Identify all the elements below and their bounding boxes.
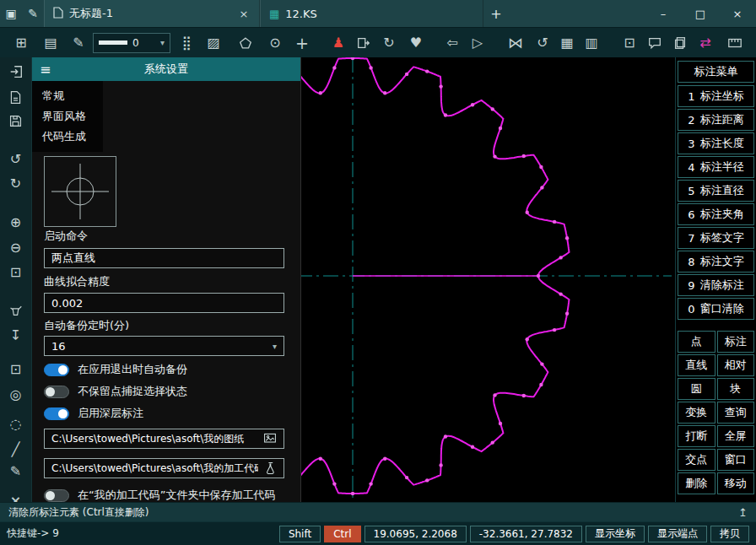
chevron-down-icon: ▾: [160, 38, 165, 47]
rotate-ccw-icon[interactable]: ↺: [532, 32, 554, 54]
maximize-button[interactable]: □: [682, 0, 719, 27]
pin-icon[interactable]: ↥: [738, 506, 748, 519]
point-style-icon[interactable]: ⊡: [0, 358, 32, 380]
back-arrow-icon[interactable]: ⇦: [441, 32, 463, 54]
linewidth-dropdown[interactable]: 0 ▾: [93, 33, 170, 53]
tab-12ks[interactable]: ▦ 12.KS: [260, 0, 483, 27]
annotate-button[interactable]: 标注: [717, 331, 755, 353]
drawings-path-input[interactable]: C:\Users\towed\Pictures\asoft\我的图纸: [44, 429, 284, 449]
new-tab-button[interactable]: +: [483, 6, 509, 22]
point-button[interactable]: 点: [678, 331, 716, 353]
annot-menu-item-5[interactable]: 5标注直径: [678, 180, 754, 202]
curve-precision-input[interactable]: 0.002: [44, 293, 284, 313]
person-marker-icon[interactable]: ♟: [327, 32, 349, 54]
exit-icon[interactable]: [0, 61, 32, 83]
tab-close-icon[interactable]: ×: [237, 8, 251, 20]
code-path-input[interactable]: C:\Users\towed\Pictures\asoft\我的加工代码: [44, 458, 284, 478]
transform-button[interactable]: 变换: [678, 402, 716, 424]
layers-icon[interactable]: ▤: [40, 32, 62, 54]
pen-marker-icon[interactable]: ✎: [0, 460, 32, 482]
annot-menu-item-7[interactable]: 7标签文字: [678, 227, 754, 249]
export-frame-icon[interactable]: ⊡: [618, 32, 640, 54]
fit-view-icon[interactable]: ⊡: [0, 261, 32, 283]
ruler-icon[interactable]: [724, 32, 746, 54]
swap-icon[interactable]: ⇄: [694, 32, 716, 54]
pen-style-icon[interactable]: ✎: [68, 32, 89, 54]
heart-icon[interactable]: ♥: [405, 32, 427, 54]
intersect-button[interactable]: 交点: [678, 449, 716, 471]
table-icon[interactable]: ▥: [580, 32, 602, 54]
backup-interval-select[interactable]: 16▾: [44, 336, 284, 356]
query-button[interactable]: 查询: [717, 402, 755, 424]
deep-annotation-toggle[interactable]: [44, 407, 69, 420]
rotate-icon[interactable]: ↻: [378, 32, 400, 54]
flask-icon[interactable]: [263, 461, 277, 475]
app-menu-icon[interactable]: ▣: [0, 7, 22, 20]
delete-button[interactable]: 删除: [678, 472, 716, 494]
annot-menu-item-9[interactable]: 9清除标注: [678, 274, 754, 296]
submenu-ui-style[interactable]: 界面风格: [32, 106, 103, 127]
annot-menu-item-2[interactable]: 2标注距离: [678, 109, 754, 131]
show-endpoints-button[interactable]: 显示端点: [648, 526, 707, 542]
dashed-circle-icon[interactable]: ◌: [0, 413, 32, 434]
circle-button[interactable]: 圆: [678, 378, 716, 400]
minimize-button[interactable]: –: [645, 0, 682, 27]
exit-backup-toggle[interactable]: [44, 364, 69, 376]
startup-command-label: 启动命令: [44, 229, 88, 244]
dot-grid-icon[interactable]: ⣿: [176, 32, 197, 54]
settings-panel-header: ≡ 系统设置: [32, 57, 300, 81]
menu-icon[interactable]: ≡: [40, 62, 51, 78]
export-down-icon[interactable]: ↧: [0, 324, 32, 346]
relative-button[interactable]: 相对: [717, 354, 755, 376]
annot-menu-item-6[interactable]: 6标注夹角: [678, 203, 754, 225]
annot-menu-item-4[interactable]: 4标注半径: [678, 156, 754, 178]
copy-icon[interactable]: [669, 32, 691, 54]
shift-button[interactable]: Shift: [279, 526, 321, 542]
comment-icon[interactable]: [644, 32, 666, 54]
fullscreen-button[interactable]: 全屏: [717, 425, 755, 447]
tab-untitled[interactable]: 无标题-1 ×: [44, 0, 260, 27]
mirror-icon[interactable]: ⋈: [505, 32, 526, 54]
annot-menu-item-3[interactable]: 3标注长度: [678, 132, 754, 154]
circle-marker-icon[interactable]: ◎: [0, 383, 32, 405]
export-view-icon[interactable]: [353, 32, 375, 54]
zoom-in-icon[interactable]: ⊕: [0, 211, 32, 233]
submenu-codegen[interactable]: 代码生成: [32, 127, 103, 147]
break-button[interactable]: 打断: [678, 425, 716, 447]
edit-icon[interactable]: ✎: [22, 7, 44, 20]
line-marker-icon[interactable]: ╱: [0, 438, 32, 460]
annot-menu-item-0[interactable]: 0窗口清除: [678, 298, 754, 320]
undo-icon[interactable]: ↺: [0, 148, 32, 170]
submenu-general[interactable]: 常规: [32, 86, 103, 106]
toggle-row: 不保留点捕捉选择状态: [44, 383, 187, 400]
status-bar: 清除所标注元素 (Ctrl直接删除) ↥: [0, 502, 756, 521]
annot-menu-item-1[interactable]: 1标注坐标: [678, 85, 754, 107]
redo-icon[interactable]: ↻: [0, 172, 32, 194]
settings-panel: ≡ 系统设置 常规 界面风格 代码生成 启动命令 两点直线 曲线拟合精度 0.0…: [32, 57, 301, 502]
picture-icon[interactable]: [263, 432, 277, 445]
block-button[interactable]: 块: [717, 378, 755, 400]
new-frame-icon[interactable]: ⊞: [10, 32, 32, 54]
startup-command-input[interactable]: 两点直线: [44, 248, 284, 268]
copy-button[interactable]: 拷贝: [710, 526, 749, 542]
line-button[interactable]: 直线: [678, 354, 716, 376]
send-icon[interactable]: ▷: [467, 32, 489, 54]
window-button[interactable]: 窗口: [717, 449, 755, 471]
ctrl-button[interactable]: Ctrl: [324, 526, 360, 542]
crosshair-icon[interactable]: +: [291, 32, 313, 54]
show-coordinates-button[interactable]: 显示坐标: [586, 526, 645, 542]
grid-icon[interactable]: ▦: [556, 32, 578, 54]
save-code-folder-toggle[interactable]: [44, 489, 69, 502]
save-icon[interactable]: [0, 110, 32, 132]
hatch-icon[interactable]: ▨: [202, 32, 224, 54]
document-icon: [53, 7, 63, 21]
pour-icon[interactable]: [0, 299, 32, 321]
ellipse-icon[interactable]: ⊙: [264, 32, 286, 54]
keep-snap-toggle[interactable]: [44, 386, 69, 398]
zoom-out-icon[interactable]: ⊖: [0, 236, 32, 258]
close-button[interactable]: ×: [719, 0, 756, 27]
move-button[interactable]: 移动: [717, 472, 755, 494]
save-as-icon[interactable]: [0, 86, 32, 108]
polygon-icon[interactable]: [235, 32, 256, 54]
annot-menu-item-8[interactable]: 8标注文字: [678, 251, 754, 272]
